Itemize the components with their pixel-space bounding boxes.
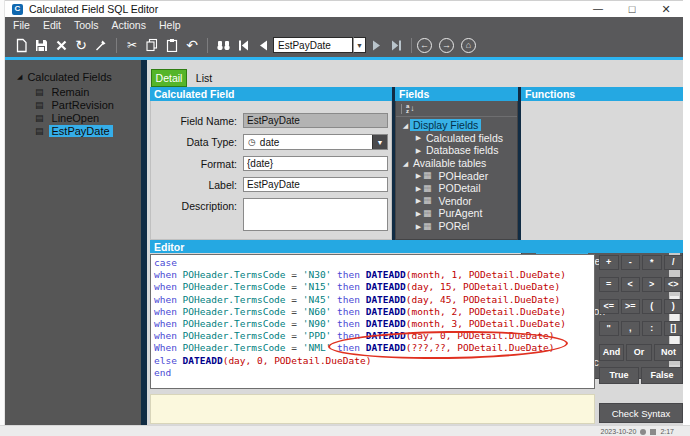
- collapsed-triangle-icon[interactable]: ▶: [414, 172, 423, 179]
- clock-icon: ◷: [248, 138, 256, 147]
- operator-button->[interactable]: >: [642, 277, 662, 292]
- editor-panel-header: Editor: [150, 240, 683, 253]
- tab-list[interactable]: List: [191, 69, 217, 87]
- logic-button-and[interactable]: And: [599, 344, 624, 361]
- previous-record-icon[interactable]: [253, 35, 273, 55]
- operator-button-=[interactable]: =: [599, 277, 619, 292]
- copy-icon[interactable]: [142, 35, 162, 55]
- check-syntax-button[interactable]: Check Syntax: [599, 403, 683, 423]
- expanded-triangle-icon[interactable]: ◢: [401, 122, 410, 129]
- code-line: end: [154, 367, 594, 379]
- operator-button-<[interactable]: <: [621, 277, 641, 292]
- fields-node-poheader[interactable]: ▶▦POHeader: [396, 169, 517, 182]
- collapsed-triangle-icon[interactable]: ▶: [414, 197, 423, 204]
- sidebar-item-label: EstPayDate: [49, 125, 113, 137]
- nav-forward-icon[interactable]: →: [439, 38, 454, 53]
- collapsed-triangle-icon[interactable]: ▶: [414, 147, 423, 154]
- tray-date: 2023-10-20: [601, 428, 637, 435]
- collapsed-triangle-icon[interactable]: ▶: [414, 223, 423, 230]
- sidebar-item-remain[interactable]: ▤Remain: [5, 86, 141, 99]
- operator-button-*[interactable]: *: [642, 255, 662, 270]
- refresh-icon[interactable]: ↻: [71, 35, 91, 55]
- nav-home-icon[interactable]: ⌂: [461, 38, 476, 53]
- operator-button-,[interactable]: ,: [621, 321, 641, 336]
- system-tray: 2023-10-20 2:17: [601, 428, 674, 435]
- minimize-button[interactable]: —: [581, 1, 615, 17]
- sidebar-item-partrevision[interactable]: ▤PartRevision: [5, 99, 141, 112]
- operator-button--[interactable]: -: [621, 255, 641, 270]
- az-sort-icon[interactable]: az: [401, 104, 409, 114]
- fields-node-porel[interactable]: ▶▦PORel: [396, 220, 517, 233]
- fields-node-display-fields[interactable]: ◢Display Fields: [396, 119, 517, 132]
- logic-button-or[interactable]: Or: [626, 344, 652, 361]
- sql-editor-textarea[interactable]: casewhen POHeader.TermsCode = 'N30' then…: [150, 254, 595, 389]
- operator-button-+[interactable]: +: [599, 255, 619, 270]
- fields-node-puragent[interactable]: ▶▦PurAgent: [396, 207, 517, 220]
- fields-node-label: Display Fields: [410, 119, 481, 131]
- fields-node-vendor[interactable]: ▶▦Vendor: [396, 195, 517, 208]
- paste-icon[interactable]: [162, 35, 182, 55]
- fields-node-podetail[interactable]: ▶▦PODetail: [396, 182, 517, 195]
- description-textarea[interactable]: [243, 198, 388, 231]
- delete-icon[interactable]: [51, 35, 71, 55]
- last-record-icon[interactable]: [386, 35, 406, 55]
- sidebar-item-estpaydate[interactable]: ▤EstPayDate: [5, 125, 141, 138]
- field-name-input[interactable]: [243, 113, 388, 128]
- menu-item-tools[interactable]: Tools: [74, 19, 99, 31]
- find-icon[interactable]: [213, 35, 233, 55]
- operator-button-:[interactable]: :: [642, 321, 662, 336]
- menu-item-actions[interactable]: Actions: [112, 19, 146, 31]
- save-icon[interactable]: [31, 35, 51, 55]
- menu-item-edit[interactable]: Edit: [43, 19, 61, 31]
- next-record-icon[interactable]: [366, 35, 386, 55]
- collapsed-triangle-icon[interactable]: ▶: [414, 134, 423, 141]
- fields-node-database-fields[interactable]: ▶Database fields: [396, 144, 517, 157]
- maximize-button[interactable]: □: [615, 1, 649, 17]
- title-bar: C Calculated Field SQL Editor — □ ✕: [5, 0, 683, 17]
- panel-splitter[interactable]: [518, 87, 521, 240]
- record-selector-dropdown-icon[interactable]: ▼: [353, 37, 366, 53]
- logic-button-not[interactable]: Not: [654, 344, 683, 361]
- data-type-label: Data Type:: [151, 136, 237, 148]
- operator-button-)[interactable]: ): [664, 299, 684, 314]
- operator-button->=[interactable]: >=: [621, 299, 641, 314]
- nav-back-icon[interactable]: ←: [417, 38, 432, 53]
- format-input[interactable]: [243, 156, 388, 171]
- fields-panel: az ↓ ◢Display Fields▶Calculated fields▶D…: [395, 101, 518, 240]
- boolean-button-false[interactable]: False: [641, 367, 683, 384]
- cut-icon[interactable]: ✂: [122, 35, 142, 55]
- record-selector-input[interactable]: EstPayDate: [273, 37, 353, 53]
- close-button[interactable]: ✕: [649, 1, 683, 17]
- data-type-dropdown-icon[interactable]: ▼: [372, 135, 387, 149]
- new-icon[interactable]: [11, 35, 31, 55]
- collapsed-triangle-icon[interactable]: ▶: [414, 210, 423, 217]
- expanded-triangle-icon[interactable]: ◢: [401, 160, 410, 167]
- undo-icon[interactable]: ↶: [182, 35, 202, 55]
- sidebar-item-lineopen[interactable]: ▤LineOpen: [5, 112, 141, 125]
- sidebar-root-node[interactable]: ◢ Calculated Fields: [5, 71, 141, 83]
- operator-button-([interactable]: (: [642, 299, 662, 314]
- collapsed-triangle-icon[interactable]: ▶: [414, 185, 423, 192]
- operator-button-[][interactable]: []: [664, 321, 684, 336]
- menu-item-help[interactable]: Help: [159, 19, 181, 31]
- label-input[interactable]: [243, 177, 388, 192]
- data-type-select[interactable]: ◷ date ▼: [243, 134, 388, 150]
- fields-node-calculated-fields[interactable]: ▶Calculated fields: [396, 132, 517, 145]
- operator-button-<=[interactable]: <=: [599, 299, 619, 314]
- operator-button-/[interactable]: /: [664, 255, 684, 270]
- first-record-icon[interactable]: [233, 35, 253, 55]
- fields-node-label: Database fields: [423, 144, 501, 156]
- boolean-button-true[interactable]: True: [599, 367, 639, 384]
- expanded-triangle-icon[interactable]: ◢: [17, 73, 22, 81]
- operator-keypad: +-*/=<><><=>=()",:[] AndOrNot TrueFalse: [599, 255, 683, 384]
- fields-node-label: PORel: [436, 220, 473, 232]
- sidebar-item-label: Remain: [49, 86, 93, 98]
- menu-item-file[interactable]: File: [13, 19, 30, 31]
- tab-detail[interactable]: Detail: [151, 69, 187, 87]
- fields-node-label: PODetail: [436, 182, 484, 194]
- operator-button-<>[interactable]: <>: [664, 277, 684, 292]
- fields-node-available-tables[interactable]: ◢Available tables: [396, 157, 517, 170]
- screen: C Calculated Field SQL Editor — □ ✕ File…: [0, 0, 690, 436]
- clear-icon[interactable]: [91, 35, 111, 55]
- operator-button-"[interactable]: ": [599, 321, 619, 336]
